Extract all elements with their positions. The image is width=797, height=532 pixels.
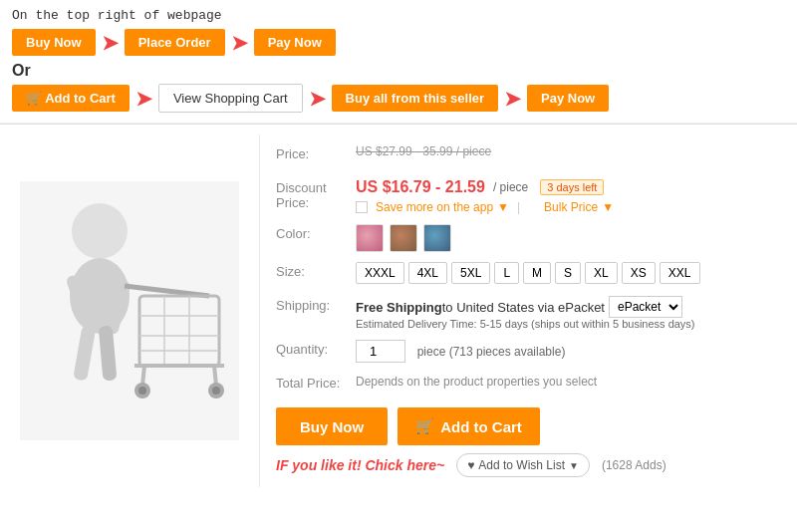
price-label: Price:: [276, 144, 356, 161]
flow-row-1: Buy Now ➤ Place Order ➤ Pay Now: [12, 29, 785, 56]
add-to-cart-label: Add to Cart: [440, 418, 522, 435]
add-to-cart-button-top[interactable]: 🛒 Add to Cart: [12, 85, 130, 112]
wish-count: (1628 Adds): [602, 458, 666, 472]
color-label: Color:: [276, 224, 356, 241]
shipping-method-select[interactable]: ePacket: [609, 296, 682, 318]
shipping-destination: to United States via ePacket: [442, 300, 605, 315]
arrow-icon-2: ➤: [231, 31, 248, 55]
size-xxl[interactable]: XXL: [660, 262, 700, 284]
flow-row-2: 🛒 Add to Cart ➤ View Shopping Cart ➤ Buy…: [12, 84, 785, 113]
size-xs[interactable]: XS: [622, 262, 656, 284]
size-l[interactable]: L: [494, 262, 519, 284]
original-price: US $27.99 - 35.99 / piece: [356, 144, 781, 158]
size-label: Size:: [276, 262, 356, 279]
wish-dropdown-icon[interactable]: ▼: [569, 460, 579, 471]
shipping-estimated-delivery: Estimated Delivery Time: 5-15 days (ship…: [356, 318, 781, 330]
discount-price-label: Discount Price:: [276, 178, 356, 210]
svg-rect-7: [139, 296, 219, 366]
discount-price-range: US $16.79 - 21.59: [356, 178, 485, 196]
arrow-icon-3: ➤: [135, 87, 152, 111]
price-value: US $27.99 - 35.99 / piece: [356, 144, 781, 158]
color-row: Color:: [276, 224, 781, 252]
svg-point-18: [138, 387, 146, 395]
discount-price-value: US $16.79 - 21.59 / piece 3 days left Sa…: [356, 178, 781, 214]
size-buttons-group: XXXL 4XL 5XL L M S XL XS XXL: [356, 262, 781, 284]
arrow-icon-5: ➤: [504, 87, 521, 111]
svg-rect-4: [73, 325, 96, 382]
pay-now-button-top[interactable]: Pay Now: [254, 29, 336, 56]
place-order-button[interactable]: Place Order: [125, 29, 225, 56]
total-price-value: Depends on the product properties you se…: [356, 374, 781, 389]
save-app-row: Save more on the app ▼ | Bulk Price ▼: [356, 200, 781, 214]
color-swatches-container: [356, 224, 781, 252]
quantity-row: Quantity: piece (713 pieces available): [276, 340, 781, 364]
pay-now-button-flow2[interactable]: Pay Now: [527, 85, 609, 112]
product-image: [20, 181, 239, 440]
quantity-available: piece (713 pieces available): [417, 345, 566, 359]
save-app-checkbox[interactable]: [356, 201, 368, 213]
size-4xl[interactable]: 4XL: [408, 262, 447, 284]
buy-now-button[interactable]: Buy Now: [276, 407, 388, 445]
color-swatches: [356, 224, 781, 252]
cart-icon-top: 🛒: [26, 91, 42, 106]
add-to-cart-button[interactable]: 🛒 Add to Cart: [398, 407, 540, 445]
size-xl[interactable]: XL: [585, 262, 618, 284]
svg-line-14: [142, 366, 144, 386]
days-badge: 3 days left: [540, 179, 604, 195]
quantity-value: piece (713 pieces available): [356, 340, 781, 363]
size-s[interactable]: S: [555, 262, 581, 284]
save-app-text: Save more on the app: [376, 200, 493, 214]
action-buttons: Buy Now 🛒 Add to Cart: [276, 407, 781, 445]
color-swatch-brown[interactable]: [390, 224, 417, 252]
svg-point-0: [72, 203, 128, 259]
wish-list-label: Add to Wish List: [478, 458, 565, 472]
size-xxxl[interactable]: XXXL: [356, 262, 404, 284]
product-image-area: [0, 134, 259, 487]
quantity-label: Quantity:: [276, 340, 356, 357]
shipping-row: Shipping: Free Shipping to United States…: [276, 296, 781, 330]
shipping-value: Free Shipping to United States via ePack…: [356, 296, 781, 330]
buy-all-from-seller-button[interactable]: Buy all from this seller: [332, 85, 498, 112]
free-shipping-text: Free Shipping: [356, 300, 442, 315]
heart-icon: ♥: [467, 458, 474, 472]
size-m[interactable]: M: [523, 262, 551, 284]
discount-price-row: Discount Price: US $16.79 - 21.59 / piec…: [276, 178, 781, 214]
size-row: Size: XXXL 4XL 5XL L M S XL XS XXL: [276, 262, 781, 286]
shipping-label: Shipping:: [276, 296, 356, 313]
buy-now-button-top[interactable]: Buy Now: [12, 29, 96, 56]
size-options: XXXL 4XL 5XL L M S XL XS XXL: [356, 262, 781, 284]
total-price-row: Total Price: Depends on the product prop…: [276, 374, 781, 398]
svg-point-19: [212, 387, 220, 395]
total-price-text: Depends on the product properties you se…: [356, 375, 597, 389]
color-swatch-teal[interactable]: [423, 224, 451, 252]
dropdown-chevron-icon[interactable]: ▼: [497, 200, 509, 214]
cart-icon: 🛒: [415, 417, 434, 435]
arrow-icon-1: ➤: [102, 31, 119, 55]
arrow-icon-4: ➤: [309, 87, 326, 111]
product-section: Price: US $27.99 - 35.99 / piece Discoun…: [0, 124, 797, 497]
total-price-label: Total Price:: [276, 374, 356, 391]
or-label: Or: [12, 62, 785, 80]
product-details: Price: US $27.99 - 35.99 / piece Discoun…: [259, 134, 797, 487]
bulk-price-chevron-icon[interactable]: ▼: [602, 200, 614, 214]
view-shopping-cart-button[interactable]: View Shopping Cart: [158, 84, 303, 113]
add-to-wish-list-button[interactable]: ♥ Add to Wish List ▼: [456, 453, 590, 477]
price-unit: / piece: [493, 180, 528, 194]
price-row: Price: US $27.99 - 35.99 / piece: [276, 144, 781, 168]
if-like-text: IF you like it! Chick here~: [276, 457, 444, 473]
bulk-price-link[interactable]: Bulk Price: [544, 200, 598, 214]
top-bar: On the top right of webpage Buy Now ➤ Pl…: [0, 0, 797, 124]
svg-line-15: [214, 366, 216, 386]
color-swatch-pink[interactable]: [356, 224, 384, 252]
top-instruction: On the top right of webpage: [12, 8, 785, 23]
size-5xl[interactable]: 5XL: [451, 262, 490, 284]
quantity-input[interactable]: [356, 340, 405, 363]
